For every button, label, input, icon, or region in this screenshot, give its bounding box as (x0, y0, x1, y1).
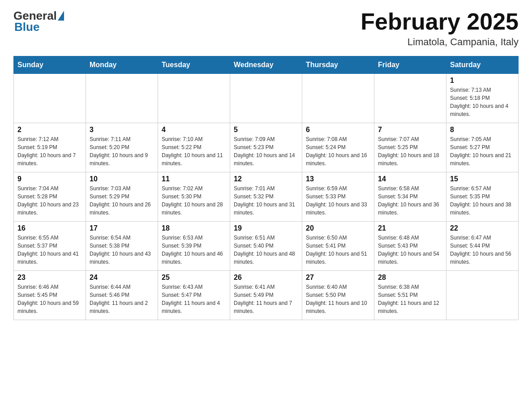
day-number: 15 (450, 175, 515, 183)
day-number: 12 (234, 175, 298, 183)
day-info: Sunrise: 6:53 AM Sunset: 5:39 PM Dayligh… (162, 234, 226, 266)
calendar-cell: 12Sunrise: 7:01 AM Sunset: 5:32 PM Dayli… (230, 172, 302, 222)
calendar-cell: 11Sunrise: 7:02 AM Sunset: 5:30 PM Dayli… (158, 172, 230, 222)
weekday-header-thursday: Thursday (302, 56, 374, 74)
day-number: 23 (17, 274, 82, 282)
day-info: Sunrise: 6:50 AM Sunset: 5:41 PM Dayligh… (306, 234, 370, 266)
logo-blue-text: Blue (14, 20, 39, 34)
calendar-cell: 6Sunrise: 7:08 AM Sunset: 5:24 PM Daylig… (302, 123, 374, 172)
calendar-cell: 17Sunrise: 6:54 AM Sunset: 5:38 PM Dayli… (86, 222, 158, 271)
day-number: 17 (90, 224, 154, 232)
calendar-cell: 21Sunrise: 6:48 AM Sunset: 5:43 PM Dayli… (374, 222, 446, 271)
day-number: 18 (162, 224, 226, 232)
week-row-3: 9Sunrise: 7:04 AM Sunset: 5:28 PM Daylig… (14, 172, 519, 222)
day-info: Sunrise: 7:05 AM Sunset: 5:27 PM Dayligh… (450, 135, 515, 167)
day-info: Sunrise: 6:57 AM Sunset: 5:35 PM Dayligh… (450, 184, 515, 217)
day-info: Sunrise: 6:38 AM Sunset: 5:51 PM Dayligh… (378, 283, 442, 315)
day-info: Sunrise: 6:59 AM Sunset: 5:33 PM Dayligh… (306, 184, 370, 217)
calendar-cell: 24Sunrise: 6:44 AM Sunset: 5:46 PM Dayli… (86, 271, 158, 320)
day-info: Sunrise: 6:44 AM Sunset: 5:46 PM Dayligh… (90, 283, 154, 315)
day-number: 20 (306, 224, 370, 232)
day-info: Sunrise: 6:58 AM Sunset: 5:34 PM Dayligh… (378, 184, 442, 217)
day-info: Sunrise: 7:01 AM Sunset: 5:32 PM Dayligh… (234, 184, 298, 217)
location-subtitle: Limatola, Campania, Italy (360, 36, 519, 48)
logo: General Blue (13, 9, 64, 34)
day-number: 25 (162, 274, 226, 282)
day-info: Sunrise: 7:07 AM Sunset: 5:25 PM Dayligh… (378, 135, 442, 167)
day-number: 24 (90, 274, 154, 282)
calendar-cell (374, 74, 446, 123)
day-number: 14 (378, 175, 442, 183)
day-number: 13 (306, 175, 370, 183)
calendar-cell: 5Sunrise: 7:09 AM Sunset: 5:23 PM Daylig… (230, 123, 302, 172)
calendar-cell: 8Sunrise: 7:05 AM Sunset: 5:27 PM Daylig… (446, 123, 519, 172)
day-info: Sunrise: 6:40 AM Sunset: 5:50 PM Dayligh… (306, 283, 370, 315)
day-info: Sunrise: 7:12 AM Sunset: 5:19 PM Dayligh… (17, 135, 82, 167)
weekday-header-monday: Monday (86, 56, 158, 74)
calendar-cell: 20Sunrise: 6:50 AM Sunset: 5:41 PM Dayli… (302, 222, 374, 271)
day-number: 16 (17, 224, 82, 232)
day-info: Sunrise: 6:46 AM Sunset: 5:45 PM Dayligh… (17, 283, 82, 315)
calendar-cell (158, 74, 230, 123)
day-info: Sunrise: 6:51 AM Sunset: 5:40 PM Dayligh… (234, 234, 298, 266)
day-info: Sunrise: 7:08 AM Sunset: 5:24 PM Dayligh… (306, 135, 370, 167)
calendar-cell: 27Sunrise: 6:40 AM Sunset: 5:50 PM Dayli… (302, 271, 374, 320)
weekday-header-wednesday: Wednesday (230, 56, 302, 74)
calendar-cell: 3Sunrise: 7:11 AM Sunset: 5:20 PM Daylig… (86, 123, 158, 172)
calendar-cell: 4Sunrise: 7:10 AM Sunset: 5:22 PM Daylig… (158, 123, 230, 172)
calendar-cell: 23Sunrise: 6:46 AM Sunset: 5:45 PM Dayli… (14, 271, 86, 320)
title-section: February 2025 Limatola, Campania, Italy (360, 9, 519, 48)
day-number: 10 (90, 175, 154, 183)
day-number: 9 (17, 175, 82, 183)
day-number: 5 (234, 126, 298, 134)
calendar-cell: 26Sunrise: 6:41 AM Sunset: 5:49 PM Dayli… (230, 271, 302, 320)
day-number: 11 (162, 175, 226, 183)
calendar-cell: 25Sunrise: 6:43 AM Sunset: 5:47 PM Dayli… (158, 271, 230, 320)
calendar-cell: 18Sunrise: 6:53 AM Sunset: 5:39 PM Dayli… (158, 222, 230, 271)
weekday-header-row: SundayMondayTuesdayWednesdayThursdayFrid… (14, 56, 519, 74)
calendar-cell: 14Sunrise: 6:58 AM Sunset: 5:34 PM Dayli… (374, 172, 446, 222)
day-info: Sunrise: 6:48 AM Sunset: 5:43 PM Dayligh… (378, 234, 442, 266)
calendar-table: SundayMondayTuesdayWednesdayThursdayFrid… (13, 56, 519, 320)
week-row-5: 23Sunrise: 6:46 AM Sunset: 5:45 PM Dayli… (14, 271, 519, 320)
weekday-header-saturday: Saturday (446, 56, 519, 74)
day-info: Sunrise: 6:55 AM Sunset: 5:37 PM Dayligh… (17, 234, 82, 266)
day-number: 3 (90, 126, 154, 134)
day-number: 21 (378, 224, 442, 232)
calendar-cell: 1Sunrise: 7:13 AM Sunset: 5:18 PM Daylig… (446, 74, 519, 123)
logo-triangle-icon (58, 11, 64, 21)
calendar-cell: 19Sunrise: 6:51 AM Sunset: 5:40 PM Dayli… (230, 222, 302, 271)
week-row-1: 1Sunrise: 7:13 AM Sunset: 5:18 PM Daylig… (14, 74, 519, 123)
calendar-cell: 13Sunrise: 6:59 AM Sunset: 5:33 PM Dayli… (302, 172, 374, 222)
week-row-4: 16Sunrise: 6:55 AM Sunset: 5:37 PM Dayli… (14, 222, 519, 271)
day-number: 2 (17, 126, 82, 134)
calendar-cell (86, 74, 158, 123)
calendar-cell: 2Sunrise: 7:12 AM Sunset: 5:19 PM Daylig… (14, 123, 86, 172)
week-row-2: 2Sunrise: 7:12 AM Sunset: 5:19 PM Daylig… (14, 123, 519, 172)
day-number: 1 (450, 77, 515, 85)
day-info: Sunrise: 6:43 AM Sunset: 5:47 PM Dayligh… (162, 283, 226, 315)
day-info: Sunrise: 7:10 AM Sunset: 5:22 PM Dayligh… (162, 135, 226, 167)
day-info: Sunrise: 7:03 AM Sunset: 5:29 PM Dayligh… (90, 184, 154, 217)
day-info: Sunrise: 6:54 AM Sunset: 5:38 PM Dayligh… (90, 234, 154, 266)
calendar-cell: 16Sunrise: 6:55 AM Sunset: 5:37 PM Dayli… (14, 222, 86, 271)
day-info: Sunrise: 7:04 AM Sunset: 5:28 PM Dayligh… (17, 184, 82, 217)
calendar-cell: 7Sunrise: 7:07 AM Sunset: 5:25 PM Daylig… (374, 123, 446, 172)
calendar-cell (230, 74, 302, 123)
calendar-cell (446, 271, 519, 320)
day-info: Sunrise: 7:13 AM Sunset: 5:18 PM Dayligh… (450, 86, 515, 118)
calendar-cell: 10Sunrise: 7:03 AM Sunset: 5:29 PM Dayli… (86, 172, 158, 222)
calendar-cell: 15Sunrise: 6:57 AM Sunset: 5:35 PM Dayli… (446, 172, 519, 222)
day-number: 7 (378, 126, 442, 134)
day-number: 26 (234, 274, 298, 282)
weekday-header-friday: Friday (374, 56, 446, 74)
weekday-header-sunday: Sunday (14, 56, 86, 74)
weekday-header-tuesday: Tuesday (158, 56, 230, 74)
day-number: 8 (450, 126, 515, 134)
day-info: Sunrise: 7:02 AM Sunset: 5:30 PM Dayligh… (162, 184, 226, 217)
calendar-cell (14, 74, 86, 123)
day-info: Sunrise: 7:11 AM Sunset: 5:20 PM Dayligh… (90, 135, 154, 167)
day-number: 28 (378, 274, 442, 282)
day-number: 19 (234, 224, 298, 232)
month-title: February 2025 (360, 9, 519, 34)
